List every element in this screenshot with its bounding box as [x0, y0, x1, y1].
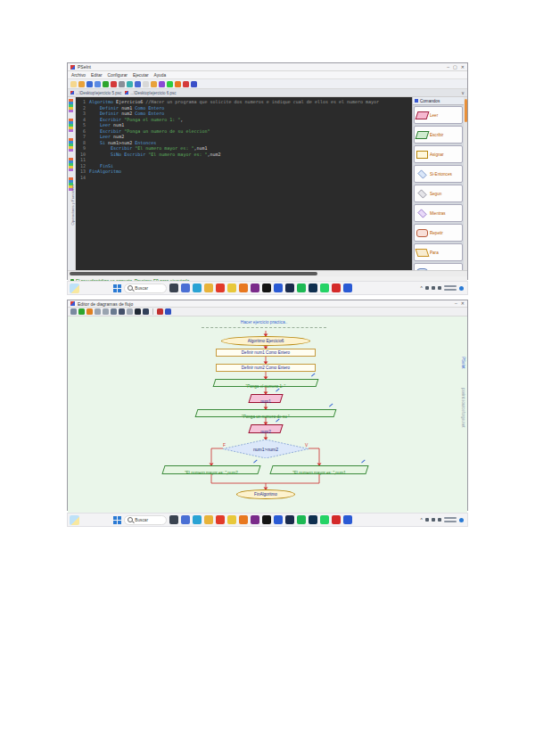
taskbar-app-spotify[interactable] — [297, 515, 306, 524]
code-editor[interactable]: 1Algoritmo Ejercicio6 //Hacer un program… — [76, 97, 412, 270]
tab-ejercicio-6[interactable]: ...\Desktop\ejercicio 6.psc — [125, 91, 176, 95]
menu-archivo[interactable]: Archivo — [71, 73, 86, 78]
command-mientras[interactable]: Mientras — [414, 204, 463, 222]
edit-false-icon[interactable] — [165, 308, 171, 315]
taskbar-app-pseint[interactable] — [332, 284, 341, 292]
taskbar-app-office[interactable] — [239, 284, 248, 292]
notification-badge[interactable] — [459, 286, 464, 291]
battery-icon[interactable] — [438, 286, 441, 290]
flowchart-icon[interactable] — [191, 81, 197, 87]
pan-icon[interactable] — [127, 308, 133, 315]
taskbar-search[interactable]: Buscar — [124, 284, 167, 293]
taskbar-app-photoshop[interactable] — [309, 284, 317, 292]
close-button[interactable]: ✕ — [461, 301, 465, 306]
syntax-check-icon[interactable] — [159, 81, 165, 87]
taskbar-app-teams[interactable] — [181, 515, 190, 524]
command-si-entonces[interactable]: Si-Entonces — [414, 165, 463, 183]
taskbar-search[interactable]: Buscar — [124, 515, 167, 525]
taskbar-app-folder[interactable] — [204, 515, 213, 524]
maximize-button[interactable]: ▢ — [453, 65, 457, 70]
step-run-icon[interactable] — [175, 81, 181, 87]
flow-node-condition[interactable]: num1>num2 — [223, 440, 309, 458]
taskbar-app-terminal[interactable] — [285, 515, 294, 524]
taskbar-app-photoshop[interactable] — [309, 515, 317, 524]
volume-icon[interactable] — [432, 518, 435, 522]
taskbar-app-whatsapp[interactable] — [320, 515, 329, 524]
taskbar-app-edge[interactable] — [193, 515, 202, 524]
save-icon[interactable] — [86, 81, 93, 87]
code-line[interactable]: 14 — [76, 175, 412, 181]
menu-editar[interactable]: Editar — [91, 73, 103, 78]
minimize-button[interactable]: – — [455, 301, 457, 306]
tab-ejercicio-5[interactable]: ...\Desktop\ejercicio 5.psc — [70, 91, 121, 95]
taskbar-app-opera[interactable] — [216, 284, 225, 292]
export-icon[interactable] — [70, 308, 77, 315]
wifi-icon[interactable] — [425, 286, 429, 290]
flow-node-start[interactable]: Algoritmo Ejercicio6 — [221, 336, 310, 346]
flow-node-define-num1[interactable]: Definir num1 Como Entero — [216, 349, 316, 357]
stop-icon[interactable] — [183, 81, 189, 87]
menu-ejecutar[interactable]: Ejecutar — [133, 73, 149, 78]
zoom-fit-icon[interactable] — [111, 308, 117, 315]
taskbar-app-word-docs[interactable] — [274, 515, 283, 524]
taskbar-app-monkeytype[interactable] — [251, 515, 259, 524]
taskbar-app-file-explorer[interactable] — [169, 284, 178, 292]
tray-chevron-icon[interactable]: ^ — [421, 285, 423, 291]
command-repetir[interactable]: Repetir — [414, 224, 463, 242]
zoom-in-icon[interactable] — [103, 308, 109, 315]
text-size-icon[interactable] — [135, 308, 141, 315]
cursor-icon[interactable] — [119, 308, 125, 315]
tab-list-chevron-icon[interactable]: ∨ — [461, 90, 465, 95]
start-button[interactable] — [113, 516, 121, 524]
run-icon[interactable] — [167, 81, 173, 87]
battery-icon[interactable] — [438, 518, 441, 522]
zoom-out-icon[interactable] — [95, 308, 101, 315]
taskbar-app-netflix[interactable] — [262, 515, 271, 524]
copy-icon[interactable] — [127, 81, 133, 87]
close-button[interactable]: ✕ — [461, 65, 465, 70]
taskbar-app-office[interactable] — [239, 515, 248, 524]
menu-ayuda[interactable]: Ayuda — [154, 73, 167, 78]
edit-true-icon[interactable] — [157, 308, 163, 315]
taskbar-app-monkeytype[interactable] — [251, 284, 259, 292]
flow-node-output-true[interactable]: "El numero mayor es: ",num1 — [269, 465, 368, 474]
command-leer[interactable]: Leer — [414, 106, 463, 124]
save-as-icon[interactable] — [95, 81, 101, 87]
find-icon[interactable] — [143, 81, 149, 87]
flowchart-canvas[interactable]: Hacer ejercicio practica.. — [68, 316, 467, 513]
taskbar-app-opera[interactable] — [216, 515, 225, 524]
minimize-button[interactable]: – — [447, 65, 449, 70]
commands-scrollbar[interactable] — [464, 97, 467, 270]
command-funcion[interactable]: Funcion — [414, 263, 463, 270]
taskbar-app-folder[interactable] — [204, 284, 213, 292]
taskbar-app-whatsapp[interactable] — [320, 284, 329, 292]
editor-horizontal-scrollbar[interactable] — [68, 270, 467, 276]
taskbar-app-chrome[interactable] — [227, 284, 236, 292]
flow-node-end[interactable]: FinAlgoritmo — [236, 489, 295, 499]
flow-node-define-num2[interactable]: Definir num2 Como Entero — [216, 364, 316, 372]
taskbar-app-terminal[interactable] — [285, 284, 294, 292]
clock-widget[interactable] — [444, 285, 457, 292]
taskbar-app-teams[interactable] — [181, 284, 190, 292]
undo-icon[interactable] — [103, 81, 109, 87]
taskbar-app-pseint[interactable] — [332, 515, 341, 524]
paste-icon[interactable] — [135, 81, 141, 87]
taskbar-app-netflix[interactable] — [262, 284, 271, 292]
command-asignar[interactable]: Asignar — [414, 145, 463, 163]
replace-icon[interactable] — [151, 81, 157, 87]
taskbar-app-file-explorer[interactable] — [169, 515, 178, 524]
flow-node-read-num1[interactable]: num1 — [248, 394, 283, 403]
step-icon[interactable] — [86, 308, 93, 315]
command-segun[interactable]: Segun — [414, 185, 463, 202]
new-file-icon[interactable] — [70, 81, 77, 87]
cut-icon[interactable] — [119, 81, 125, 87]
weather-widget-icon[interactable] — [70, 515, 79, 525]
wifi-icon[interactable] — [425, 518, 429, 522]
tray-chevron-icon[interactable]: ^ — [421, 517, 423, 522]
menu-configurar[interactable]: Configurar — [108, 73, 128, 78]
operators-side-tab[interactable]: Operadores y Funciones — [68, 97, 76, 270]
taskbar-app-word-docs[interactable] — [274, 284, 283, 292]
run-icon[interactable] — [78, 308, 85, 315]
start-button[interactable] — [113, 284, 121, 292]
taskbar-app-spotify[interactable] — [297, 284, 306, 292]
